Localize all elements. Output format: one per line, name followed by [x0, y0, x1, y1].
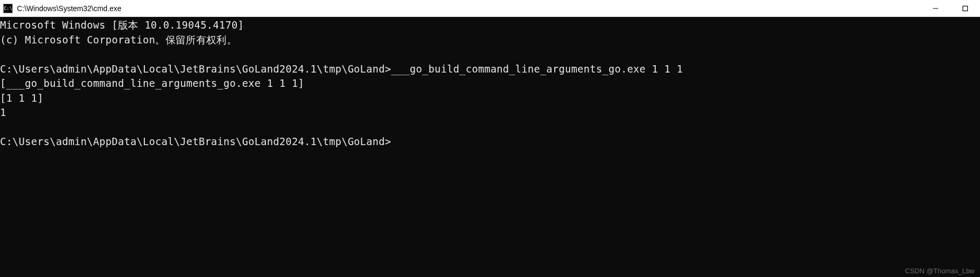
titlebar-left: C:\ C:\Windows\System32\cmd.exe [0, 4, 122, 13]
terminal-line: [1 1 1] [0, 92, 43, 104]
terminal-line: (c) Microsoft Corporation。保留所有权利。 [0, 34, 237, 46]
watermark-text: CSDN @Thomas_Lbw [905, 267, 975, 275]
terminal-output[interactable]: Microsoft Windows [版本 10.0.19045.4170] (… [0, 17, 980, 149]
window-title: C:\Windows\System32\cmd.exe [17, 4, 122, 13]
window-controls [921, 0, 980, 16]
cmd-icon: C:\ [3, 4, 13, 13]
terminal-line: Microsoft Windows [版本 10.0.19045.4170] [0, 19, 244, 31]
terminal-line: [___go_build_command_line_arguments_go.e… [0, 77, 304, 89]
minimize-button[interactable] [921, 0, 950, 16]
minimize-icon [932, 5, 939, 12]
terminal-prompt: C:\Users\admin\AppData\Local\JetBrains\G… [0, 136, 391, 147]
window-titlebar: C:\ C:\Windows\System32\cmd.exe [0, 0, 980, 17]
svg-rect-1 [963, 6, 968, 11]
maximize-button[interactable] [950, 0, 980, 16]
terminal-line: 1 [0, 106, 6, 118]
maximize-icon [962, 5, 968, 12]
terminal-line: C:\Users\admin\AppData\Local\JetBrains\G… [0, 63, 683, 75]
